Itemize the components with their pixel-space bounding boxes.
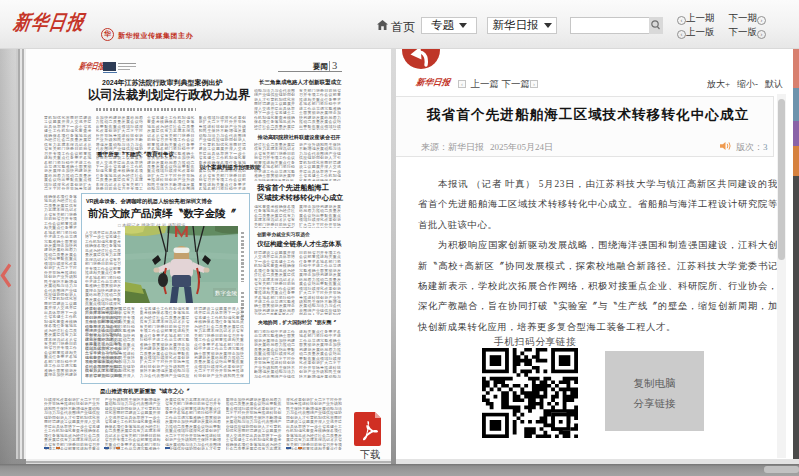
svg-text:数字金陵: 数字金陵 xyxy=(215,290,238,296)
